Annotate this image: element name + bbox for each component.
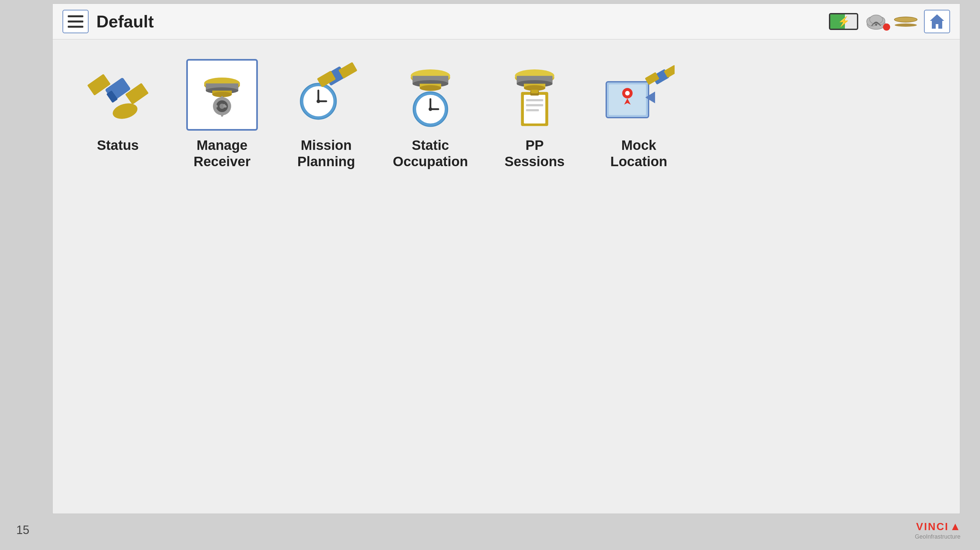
menu-content: Status (53, 40, 960, 190)
hamburger-line-3 (68, 26, 83, 28)
svg-rect-59 (531, 90, 538, 94)
manage-receiver-label: Manage Receiver (193, 137, 250, 170)
main-panel: Default ⚡ (52, 3, 961, 514)
manage-receiver-icon-container (186, 59, 258, 131)
static-occupation-icon-container (395, 59, 466, 131)
header-left: Default (62, 10, 154, 33)
home-button[interactable] (924, 10, 950, 33)
page-title: Default (96, 12, 154, 31)
svg-point-63 (625, 91, 630, 96)
menu-item-mission-planning[interactable]: Mission Planning (287, 59, 365, 170)
mission-planning-icon-container (290, 59, 362, 131)
logo-company: VINCI (916, 521, 949, 533)
svg-marker-68 (952, 524, 959, 530)
svg-point-41 (420, 85, 441, 91)
cloud-icon (865, 12, 888, 31)
svg-rect-57 (526, 109, 539, 112)
menu-item-manage-receiver[interactable]: Manage Receiver (183, 59, 261, 170)
logo-area: VINCI GeoInfrastructure (915, 521, 961, 540)
manage-receiver-icon (196, 69, 248, 121)
menu-item-pp-sessions[interactable]: PP Sessions (496, 59, 574, 170)
menu-item-status[interactable]: Status (79, 59, 157, 153)
mock-location-label: Mock Location (611, 137, 667, 170)
battery-lightning-icon: ⚡ (838, 17, 850, 26)
battery-tip (858, 17, 858, 26)
svg-point-46 (429, 107, 433, 111)
battery-container: ⚡ (829, 13, 858, 30)
pp-sessions-label: PP Sessions (496, 137, 574, 170)
svg-rect-56 (526, 104, 543, 107)
status-label: Status (97, 137, 139, 153)
pp-sessions-icon (499, 59, 570, 131)
svg-marker-5 (930, 14, 944, 29)
header-right: ⚡ (829, 10, 950, 33)
logo-division: GeoInfrastructure (915, 533, 961, 540)
battery-indicator: ⚡ (829, 13, 858, 30)
header: Default ⚡ (53, 4, 960, 40)
static-occupation-label: Static Occupation (393, 137, 468, 170)
pp-sessions-icon-container (499, 59, 570, 131)
mock-location-icon-container (603, 59, 675, 131)
status-icon-container (82, 59, 154, 131)
connection-status-dot (883, 24, 890, 30)
mock-location-icon (603, 59, 675, 131)
status-satellite-icon (85, 62, 150, 128)
svg-point-9 (111, 101, 139, 121)
menu-item-static-occupation[interactable]: Static Occupation (391, 59, 469, 170)
menu-item-mock-location[interactable]: Mock Location (600, 59, 678, 170)
hamburger-line-2 (68, 21, 83, 22)
mission-planning-icon (290, 59, 362, 131)
hamburger-line-1 (68, 15, 83, 17)
home-icon (929, 13, 945, 30)
page-number: 15 (16, 523, 29, 537)
svg-point-32 (317, 99, 320, 103)
svg-rect-6 (105, 77, 131, 102)
disk-icon (894, 17, 918, 27)
mission-planning-label: Mission Planning (297, 137, 355, 170)
static-occupation-icon (395, 59, 466, 131)
svg-rect-55 (526, 99, 543, 101)
logo-icon (951, 523, 959, 531)
hamburger-button[interactable] (62, 10, 89, 33)
svg-point-4 (875, 24, 877, 26)
